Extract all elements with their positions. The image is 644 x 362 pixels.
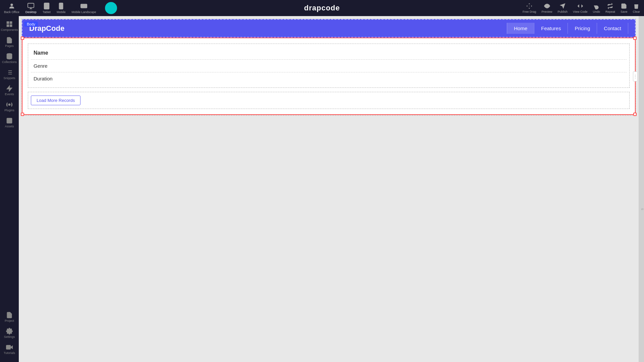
- table-row-name: Name: [31, 47, 627, 60]
- body-label: Body: [24, 21, 38, 27]
- device-mobile-btn[interactable]: Mobile: [57, 2, 66, 14]
- preview-navbar: DrapCode Home Features Pricing Contact: [22, 19, 636, 38]
- table-row-duration: Duration: [31, 72, 627, 85]
- sidebar-item-events[interactable]: Events: [1, 83, 18, 98]
- canvas-separator: [24, 115, 633, 115]
- svg-rect-11: [7, 22, 9, 24]
- preview-btn[interactable]: Preview: [542, 3, 552, 13]
- view-code-btn[interactable]: View Code: [573, 3, 587, 13]
- free-drag-btn[interactable]: Free Drag: [523, 3, 536, 13]
- nav-link-contact[interactable]: Contact: [597, 23, 628, 34]
- sidebar-item-collections[interactable]: Collections: [1, 51, 18, 66]
- sidebar-item-plugins[interactable]: Plugins: [1, 99, 18, 114]
- svg-rect-29: [6, 345, 10, 349]
- svg-rect-12: [10, 22, 12, 24]
- svg-point-23: [9, 104, 10, 106]
- sidebar-item-snippets[interactable]: Snippets: [1, 67, 18, 82]
- nav-link-pricing[interactable]: Pricing: [568, 23, 597, 34]
- canvas-wrapper: Body DrapCode Home Features Pricing: [21, 19, 636, 116]
- nav-links: Home Features Pricing Contact: [507, 23, 628, 34]
- canvas-area: Body DrapCode Home Features Pricing: [19, 16, 639, 362]
- left-sidebar: Components Pages Collections Snippets Ev…: [0, 16, 19, 362]
- repeat-btn[interactable]: Repeat: [605, 3, 615, 13]
- device-desktop-btn[interactable]: Desktop: [25, 2, 37, 14]
- table-row-genre: Genre: [31, 60, 627, 72]
- outer-canvas: DrapCode Home Features Pricing Contact: [21, 19, 636, 116]
- device-tablet-btn[interactable]: Tablet: [43, 2, 51, 14]
- sidebar-item-components[interactable]: Components: [1, 19, 18, 34]
- undo-btn[interactable]: Undo: [593, 3, 600, 13]
- device-mobile-landscape-btn[interactable]: Mobile Landscape: [71, 2, 96, 14]
- svg-marker-28: [10, 346, 12, 349]
- svg-rect-13: [7, 25, 9, 27]
- clear-btn[interactable]: Clear: [633, 3, 640, 13]
- add-component-btn[interactable]: [105, 2, 117, 14]
- app-title: drapcode: [304, 4, 340, 12]
- sidebar-item-settings[interactable]: Settings: [1, 326, 18, 341]
- top-toolbar: Back Office Desktop Tablet Mobile Mobile…: [0, 0, 644, 16]
- svg-point-10: [546, 5, 548, 7]
- resize-handle-bl[interactable]: [21, 113, 24, 116]
- sidebar-item-project[interactable]: Project: [1, 310, 18, 324]
- sidebar-bottom: Project Settings Tutorials: [1, 310, 18, 359]
- sidebar-item-assets[interactable]: Assets: [1, 115, 18, 130]
- main-layout: Components Pages Collections Snippets Ev…: [0, 16, 644, 362]
- resize-handle-tl[interactable]: [21, 37, 24, 40]
- nav-link-home[interactable]: Home: [507, 23, 534, 34]
- save-btn[interactable]: Save: [621, 3, 628, 13]
- svg-rect-1: [28, 3, 34, 8]
- nav-link-features[interactable]: Features: [534, 23, 568, 34]
- resize-handle-right[interactable]: [633, 71, 638, 81]
- svg-rect-14: [10, 25, 12, 27]
- svg-marker-22: [7, 86, 12, 92]
- svg-point-25: [8, 119, 9, 120]
- resize-handle-tr[interactable]: [633, 37, 637, 40]
- toolbar-left: Back Office Desktop Tablet Mobile Mobile…: [4, 2, 120, 14]
- load-more-wrapper: Load More Records: [28, 92, 630, 109]
- toolbar-right: Free Drag Preview Publish View Code Undo…: [523, 3, 640, 13]
- svg-point-0: [10, 4, 13, 6]
- sidebar-item-tutorials[interactable]: Tutorials: [1, 342, 18, 357]
- data-table-wrapper: Name Genre Duration: [28, 44, 630, 88]
- resize-handle-br[interactable]: [633, 113, 637, 116]
- sidebar-item-pages[interactable]: Pages: [1, 35, 18, 50]
- publish-btn[interactable]: Publish: [558, 3, 568, 13]
- back-office-btn[interactable]: Back Office: [4, 2, 19, 14]
- right-sidebar: S: [639, 16, 644, 362]
- load-more-btn[interactable]: Load More Records: [31, 96, 80, 105]
- content-section[interactable]: Name Genre Duration Load More Records: [22, 38, 636, 115]
